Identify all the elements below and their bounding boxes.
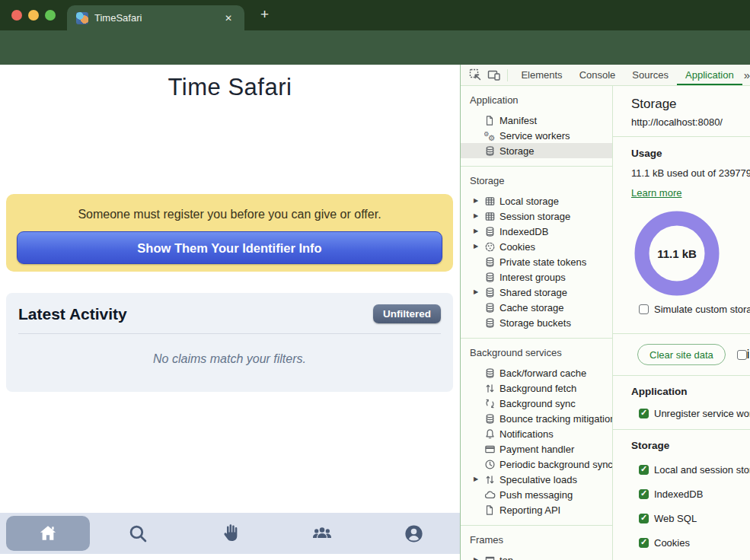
check-label: Unregister service wor xyxy=(654,408,750,419)
simulate-quota-checkbox[interactable]: Simulate custom stora xyxy=(639,304,750,315)
expand-arrow-icon[interactable]: ▶ xyxy=(474,243,484,250)
more-tabs-icon[interactable]: » xyxy=(744,68,750,81)
application-section-heading: Application xyxy=(631,386,750,397)
sidebar-item-speculative-loads[interactable]: ▶Speculative loads xyxy=(461,472,612,487)
checkbox-checked-icon[interactable] xyxy=(639,465,649,475)
sidebar-item-payment-handler[interactable]: Payment handler xyxy=(461,441,612,457)
checkbox-checked-icon[interactable] xyxy=(639,514,649,523)
expand-arrow-icon[interactable]: ▶ xyxy=(474,228,484,234)
learn-more-link[interactable]: Learn more xyxy=(631,187,681,199)
nav-profile[interactable] xyxy=(368,513,460,554)
sidebar-item-label: Cache storage xyxy=(499,302,564,313)
sidebar-item-back-forward-cache[interactable]: Back/forward cache xyxy=(461,365,612,380)
sidebar-item-reporting-api[interactable]: Reporting API xyxy=(461,502,612,517)
database-icon xyxy=(484,317,496,329)
show-identifier-info-button[interactable]: Show Them Your Identifier Info xyxy=(17,231,442,264)
include-third-party-checkbox[interactable] xyxy=(737,350,747,360)
traffic-light-close[interactable] xyxy=(11,10,22,21)
new-tab-button[interactable]: + xyxy=(256,6,273,23)
sidebar-item-notifications[interactable]: Notifications xyxy=(461,426,612,441)
sidebar-item-storage-buckets[interactable]: Storage buckets xyxy=(461,315,612,330)
gears-icon: ⚙⚙ xyxy=(484,129,496,142)
database-icon xyxy=(484,412,496,425)
sidebar-item-top[interactable]: ▶top xyxy=(461,552,612,560)
check-local-and-session-stor[interactable]: Local and session stor xyxy=(639,464,750,476)
nav-home-active-chip[interactable] xyxy=(6,516,90,551)
bottom-navigation xyxy=(0,513,460,554)
sidebar-item-label: Background fetch xyxy=(499,383,576,394)
expand-arrow-icon[interactable]: ▶ xyxy=(474,557,484,560)
sidebar-item-session-storage[interactable]: ▶Session storage xyxy=(461,208,612,224)
sidebar-item-background-fetch[interactable]: Background fetch xyxy=(461,380,612,396)
traffic-light-minimize[interactable] xyxy=(28,10,39,21)
checkbox-checked-icon[interactable] xyxy=(639,489,649,499)
expand-arrow-icon[interactable]: ▶ xyxy=(474,213,484,219)
devtools-tab-console[interactable]: Console xyxy=(571,65,624,85)
tab-close-icon[interactable]: ✕ xyxy=(222,11,235,25)
check-cookies[interactable]: Cookies xyxy=(639,537,750,549)
sidebar-item-interest-groups[interactable]: Interest groups xyxy=(461,269,612,285)
browser-tab[interactable]: TimeSafari ✕ xyxy=(67,5,244,30)
sidebar-item-manifest[interactable]: Manifest xyxy=(461,113,612,128)
sidebar-item-storage[interactable]: Storage xyxy=(461,143,612,158)
frame-icon xyxy=(484,554,496,560)
hand-icon xyxy=(220,523,240,543)
sidebar-item-bounce-tracking-mitigation[interactable]: Bounce tracking mitigation xyxy=(461,411,612,426)
sidebar-item-label: Service workers xyxy=(499,130,570,142)
check-label: Local and session stor xyxy=(654,464,750,476)
card-icon xyxy=(484,443,496,455)
sidebar-item-service-workers[interactable]: ⚙⚙Service workers xyxy=(461,128,612,143)
nav-offers[interactable] xyxy=(184,513,276,554)
devtools-tab-application[interactable]: Application xyxy=(677,65,742,85)
expand-arrow-icon[interactable]: ▶ xyxy=(474,476,484,482)
browser-toolbar: localhost:8080 xyxy=(0,30,750,65)
home-icon xyxy=(38,523,58,543)
unfiltered-filter-button[interactable]: Unfiltered xyxy=(373,304,441,323)
sidebar-item-label: top xyxy=(499,555,513,560)
sidebar-section-title: Application xyxy=(461,89,612,113)
sidebar-item-private-state-tokens[interactable]: Private state tokens xyxy=(461,254,612,269)
sidebar-item-background-sync[interactable]: Background sync xyxy=(461,396,612,411)
check-indexeddb[interactable]: IndexedDB xyxy=(639,488,750,500)
sidebar-item-shared-storage[interactable]: ▶Shared storage xyxy=(461,285,612,300)
sidebar-item-label: Storage buckets xyxy=(499,317,571,329)
usage-donut-label: 11.1 kB xyxy=(634,211,720,296)
check-unregister-service-wor[interactable]: Unregister service wor xyxy=(639,408,750,419)
sidebar-item-push-messaging[interactable]: Push messaging xyxy=(461,487,612,502)
database-icon xyxy=(484,256,496,268)
empty-claims-message: No claims match your filters. xyxy=(18,352,441,366)
check-web-sql[interactable]: Web SQL xyxy=(639,513,750,524)
checkbox-checked-icon[interactable] xyxy=(639,538,649,548)
usage-heading: Usage xyxy=(613,137,750,159)
expand-arrow-icon[interactable]: ▶ xyxy=(474,198,484,204)
sidebar-item-periodic-background-sync[interactable]: Periodic background sync xyxy=(461,457,612,472)
inspect-element-icon[interactable] xyxy=(468,68,484,83)
devtools-tab-sources[interactable]: Sources xyxy=(624,65,677,85)
nav-search[interactable] xyxy=(92,513,184,554)
sync-icon xyxy=(484,397,496,409)
toolbar-separator xyxy=(507,69,508,81)
nav-contacts[interactable] xyxy=(276,513,368,554)
application-checks: Unregister service wor xyxy=(631,408,750,419)
sidebar-item-label: Shared storage xyxy=(499,287,567,298)
traffic-light-zoom[interactable] xyxy=(45,10,56,21)
application-clear-section: Application Unregister service wor xyxy=(613,376,750,429)
latest-activity-card: Latest Activity Unfiltered No claims mat… xyxy=(6,293,453,392)
expand-arrow-icon[interactable]: ▶ xyxy=(474,289,484,295)
sidebar-item-local-storage[interactable]: ▶Local storage xyxy=(461,193,612,208)
table-icon xyxy=(484,195,496,207)
browser-window: TimeSafari ✕ + localhost:8080 Time Safar… xyxy=(0,0,750,560)
profile-icon xyxy=(404,523,424,544)
device-toolbar-icon[interactable] xyxy=(487,68,502,83)
web-page: Time Safari Someone must register you be… xyxy=(0,65,460,560)
checkbox-checked-icon[interactable] xyxy=(639,409,649,418)
devtools-tab-elements[interactable]: Elements xyxy=(512,65,570,85)
sidebar-item-indexeddb[interactable]: ▶IndexedDB xyxy=(461,224,612,239)
sidebar-item-cookies[interactable]: ▶Cookies xyxy=(461,239,612,254)
sidebar-item-cache-storage[interactable]: Cache storage xyxy=(461,300,612,315)
clear-site-data-button[interactable]: Clear site data xyxy=(637,344,726,365)
sidebar-item-label: Notifications xyxy=(499,428,554,440)
checkbox-unchecked-icon[interactable] xyxy=(639,304,649,314)
arrows-updown-icon xyxy=(484,473,496,485)
devtools-toolbar: ElementsConsoleSourcesApplication » xyxy=(461,65,750,86)
